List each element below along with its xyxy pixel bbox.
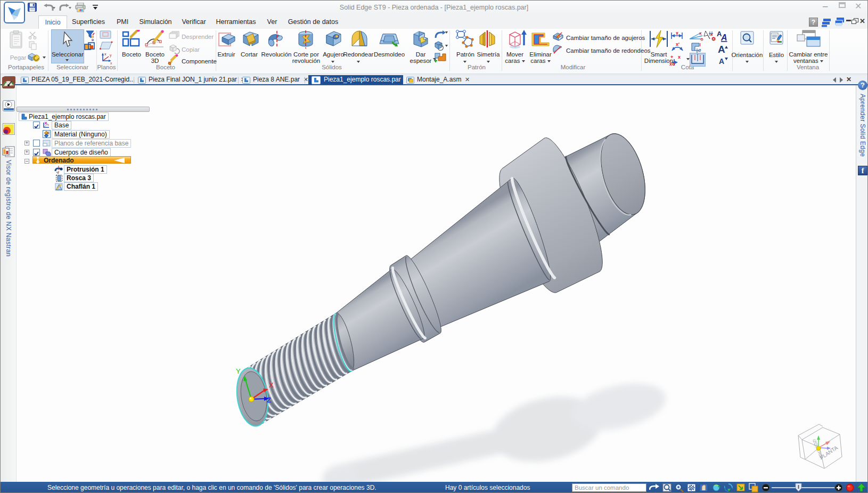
svg-text:A: A bbox=[719, 57, 724, 66]
svg-text:A: A bbox=[720, 33, 727, 42]
svg-text:Y: Y bbox=[236, 367, 241, 375]
svg-text:B: B bbox=[92, 38, 94, 41]
svg-text:xo: xo bbox=[669, 61, 675, 66]
svg-text:+: + bbox=[670, 54, 673, 60]
svg-text:x: x bbox=[47, 123, 49, 126]
svg-text:x: x bbox=[110, 61, 112, 65]
svg-text:X: X bbox=[269, 381, 274, 389]
svg-text:x: x bbox=[104, 52, 107, 56]
svg-text:A: A bbox=[718, 44, 725, 54]
svg-text:ø: ø bbox=[698, 47, 701, 53]
svg-text:x: x bbox=[699, 31, 702, 36]
svg-text:x: x bbox=[678, 54, 681, 60]
svg-text:x': x' bbox=[676, 42, 679, 47]
svg-text:x: x bbox=[676, 30, 678, 36]
svg-text:x: x bbox=[710, 32, 713, 37]
svg-text:Z: Z bbox=[267, 396, 271, 404]
svg-text:y: y bbox=[110, 53, 112, 58]
